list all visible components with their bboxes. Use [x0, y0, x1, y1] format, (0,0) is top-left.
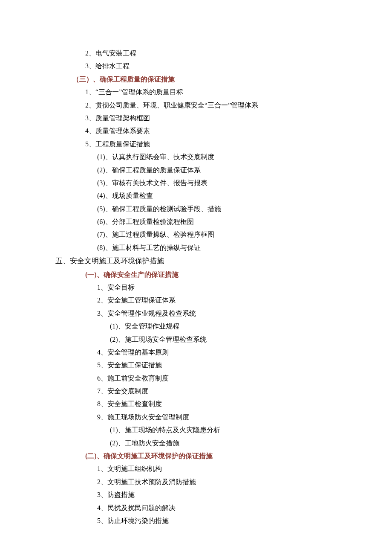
outline-line: 4、安全管理的基本原则: [97, 346, 337, 359]
section-heading: (一)、确保安全生产的保证措施: [85, 268, 337, 281]
outline-line: (2)、施工现场安全管理检查系统: [110, 333, 337, 346]
outline-line: 3、防盗措施: [97, 488, 337, 501]
outline-line: 3、质量管理架构框图: [85, 112, 337, 125]
outline-line: 4、民扰及扰民问题的解决: [97, 502, 337, 514]
outline-line: 2、贯彻公司质量、环境、职业健康安全“三合一”管理体系: [85, 99, 337, 112]
outline-line: (4)、现场质量检查: [97, 189, 337, 202]
outline-line: (7)、施工过程质量操纵、检验程序框图: [97, 228, 337, 241]
outline-line: 5、安全施工保证措施: [97, 359, 337, 372]
outline-line: (3)、审核有关技术文件、报告与报表: [97, 177, 337, 189]
outline-line: 1、“三合一”管理体系的质量目标: [85, 86, 337, 99]
section-heading: (二)、确保文明施工及环境保护的保证措施: [85, 450, 337, 462]
section-heading: （三）、确保工程质量的保证措施: [72, 73, 337, 86]
outline-line: 6、施工前安全教育制度: [97, 372, 337, 385]
outline-line: (8)、施工材料与工艺的操纵与保证: [97, 241, 337, 254]
outline-line: (2)、工地防火安全措施: [110, 437, 337, 450]
outline-line: 2、文明施工技术预防及消防措施: [97, 476, 337, 488]
outline-line: 9、施工现场防火安全管理制度: [97, 411, 337, 424]
outline-line: (6)、分部工程质量检验流程框图: [97, 215, 337, 228]
outline-line: (2)、确保工程质量的质量保证体系: [97, 164, 337, 177]
outline-line: (1)、认真执行图纸会审、技术交底制度: [97, 151, 337, 163]
outline-line: 3、安全管理作业规程及检查系统: [97, 307, 337, 320]
outline-line: (5)、确保工程质量的检测试验手段、措施: [97, 203, 337, 215]
outline-line: 2、电气安装工程: [85, 47, 337, 60]
outline-line: 3、给排水工程: [85, 60, 337, 73]
outline-line: 1、文明施工组织机构: [97, 462, 337, 475]
outline-line: 2、安全施工管理保证体系: [97, 294, 337, 307]
outline-line: 8、安全施工检查制度: [97, 398, 337, 410]
outline-line: (1)、施工现场的特点及火灾隐患分析: [110, 424, 337, 436]
outline-line: 7、安全交底制度: [97, 385, 337, 398]
h1-heading: 五、安全文明施工及环境保护措施: [55, 254, 337, 268]
outline-line: 5、工程质量保证措施: [85, 138, 337, 151]
outline-line: 1、安全目标: [97, 281, 337, 294]
outline-line: 4、质量管理体系要素: [85, 125, 337, 137]
outline-line: 5、防止环境污染的措施: [97, 514, 337, 527]
outline-line: (1)、安全管理作业规程: [110, 320, 337, 333]
